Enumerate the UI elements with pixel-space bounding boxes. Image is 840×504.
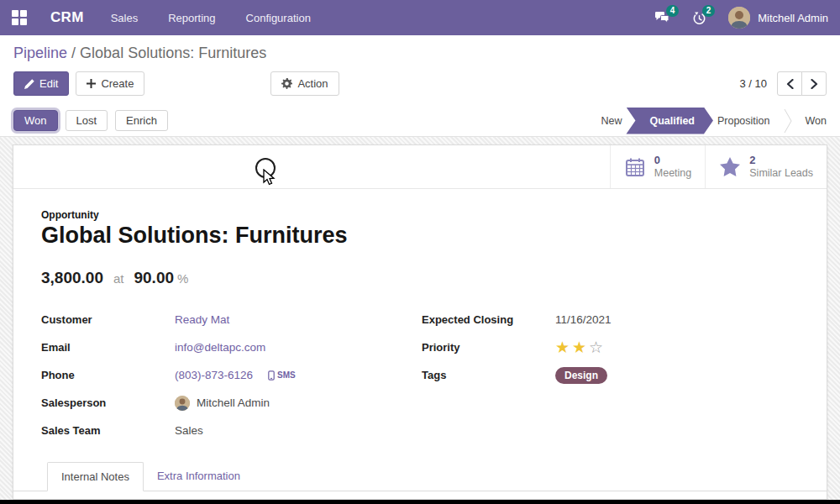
main-menu: Sales Reporting Configuration: [111, 12, 311, 24]
stage-separator: [784, 108, 792, 134]
stat-button-row: 0 Meeting 2 Similar Leads: [13, 145, 827, 189]
probability-value: 90.00: [134, 269, 174, 287]
salesperson-avatar: [175, 396, 190, 411]
expected-revenue: 3,800.00: [41, 269, 103, 287]
breadcrumb-current: Global Solutions: Furnitures: [80, 45, 266, 61]
email-link[interactable]: info@deltapc.com: [175, 341, 265, 354]
star-filled-icon[interactable]: ★: [572, 339, 586, 355]
breadcrumb-separator: /: [71, 45, 80, 61]
pager: 3 / 10: [739, 71, 827, 96]
lost-button[interactable]: Lost: [66, 110, 108, 131]
phone-link[interactable]: (803)-873-6126: [175, 369, 253, 381]
plus-icon: [87, 79, 96, 88]
action-button[interactable]: Action: [270, 71, 339, 96]
percent-sign: %: [177, 271, 188, 286]
customer-link[interactable]: Ready Mat: [175, 313, 229, 326]
phone-field: Phone (803)-873-6126 SMS: [41, 361, 422, 389]
customer-field: Customer Ready Mat: [41, 306, 422, 333]
user-avatar: [728, 7, 750, 29]
activities-icon[interactable]: 2: [692, 11, 706, 25]
menu-reporting[interactable]: Reporting: [168, 12, 215, 24]
workspace-background: 0 Meeting 2 Similar Leads Opportunity: [0, 137, 840, 500]
breadcrumb: Pipeline / Global Solutions: Furnitures: [0, 35, 840, 65]
stage-pipeline: New Qualified Proposition Won: [587, 108, 840, 134]
messages-badge: 4: [666, 5, 680, 17]
meeting-label: Meeting: [654, 167, 691, 180]
opportunity-form-card: 0 Meeting 2 Similar Leads Opportunity: [13, 144, 827, 500]
messages-icon[interactable]: 4: [654, 11, 670, 24]
stage-won[interactable]: Won: [792, 108, 840, 134]
star-stat-icon: [719, 156, 741, 177]
email-field: Email info@deltapc.com: [41, 333, 422, 361]
enrich-button[interactable]: Enrich: [115, 110, 168, 131]
navbar-right: 4 2 Mitchell Admin: [654, 7, 828, 29]
similar-leads-count: 2: [749, 154, 813, 167]
notebook-tabs: Internal Notes Extra Information: [13, 462, 827, 491]
bottom-screen-edge: [0, 500, 840, 504]
sales-team-label: Sales Team: [41, 424, 175, 437]
priority-field: Priority ★★☆: [422, 333, 799, 361]
sales-team-field: Sales Team Sales: [41, 417, 422, 444]
menu-sales[interactable]: Sales: [111, 12, 139, 24]
tags-label: Tags: [422, 369, 555, 381]
phone-label: Phone: [41, 369, 175, 381]
field-column-left: Customer Ready Mat Email info@deltapc.co…: [41, 306, 422, 444]
menu-configuration[interactable]: Configuration: [246, 12, 311, 24]
opportunity-title: Global Solutions: Furnitures: [41, 223, 799, 249]
similar-leads-label: Similar Leads: [749, 167, 813, 180]
similar-leads-stat-text: 2 Similar Leads: [749, 154, 813, 180]
stage-proposition[interactable]: Proposition: [704, 108, 784, 134]
calendar-icon: [624, 156, 646, 178]
user-menu[interactable]: Mitchell Admin: [728, 7, 828, 29]
priority-label: Priority: [422, 341, 555, 354]
actions-row: Edit Create Action 3 / 10: [0, 65, 840, 105]
gear-icon: [281, 78, 292, 89]
salesperson-label: Salesperson: [41, 396, 175, 409]
expected-closing-label: Expected Closing: [422, 313, 555, 326]
priority-stars: ★★☆: [555, 339, 603, 355]
at-label: at: [113, 271, 124, 286]
meeting-stat-button[interactable]: 0 Meeting: [610, 145, 705, 188]
sales-team-link[interactable]: Sales: [175, 424, 203, 437]
expected-closing-field: Expected Closing 11/16/2021: [422, 306, 799, 333]
next-record-button[interactable]: [801, 71, 827, 96]
create-button[interactable]: Create: [76, 71, 144, 96]
tag-design: Design: [555, 367, 607, 384]
top-navbar: CRM Sales Reporting Configuration 4 2: [0, 0, 840, 35]
won-button[interactable]: Won: [13, 110, 58, 131]
field-grid: Customer Ready Mat Email info@deltapc.co…: [41, 306, 799, 444]
pager-buttons: [777, 71, 827, 96]
edit-button[interactable]: Edit: [13, 71, 69, 96]
stage-qualified[interactable]: Qualified: [626, 108, 712, 134]
tags-field: Tags Design: [422, 361, 799, 389]
tab-extra-information[interactable]: Extra Information: [144, 462, 254, 491]
stage-new[interactable]: New: [587, 108, 635, 134]
record-type-label: Opportunity: [41, 209, 799, 221]
chevron-right-icon: [811, 79, 818, 89]
tab-internal-notes[interactable]: Internal Notes: [47, 462, 144, 491]
star-empty-icon[interactable]: ☆: [589, 339, 603, 355]
previous-record-button[interactable]: [777, 71, 802, 96]
control-panel: Pipeline / Global Solutions: Furnitures …: [0, 35, 840, 137]
expected-closing-value: 11/16/2021: [555, 313, 612, 326]
similar-leads-stat-button[interactable]: 2 Similar Leads: [705, 145, 827, 188]
sms-button[interactable]: SMS: [268, 370, 296, 381]
crm-app-window: CRM Sales Reporting Configuration 4 2: [0, 0, 840, 504]
pager-counter[interactable]: 3 / 10: [739, 77, 767, 90]
meeting-stat-text: 0 Meeting: [654, 154, 691, 180]
apps-menu-icon[interactable]: [12, 10, 27, 25]
breadcrumb-pipeline-link[interactable]: Pipeline: [13, 45, 67, 61]
form-sheet: Opportunity Global Solutions: Furnitures…: [13, 189, 827, 444]
mobile-phone-icon: [268, 370, 275, 381]
edit-create-group: Edit Create: [13, 71, 144, 96]
star-filled-icon[interactable]: ★: [555, 339, 570, 355]
meeting-count: 0: [654, 154, 691, 167]
email-label: Email: [41, 341, 175, 354]
salesperson-link[interactable]: Mitchell Admin: [197, 396, 270, 409]
field-column-right: Expected Closing 11/16/2021 Priority ★★☆…: [422, 306, 799, 444]
app-brand[interactable]: CRM: [50, 9, 84, 26]
expected-revenue-row: 3,800.00 at 90.00 %: [41, 269, 799, 287]
statusbar: Won Lost Enrich New Qualified Propositio…: [0, 105, 840, 137]
activities-badge: 2: [702, 5, 716, 17]
chevron-left-icon: [786, 79, 794, 89]
